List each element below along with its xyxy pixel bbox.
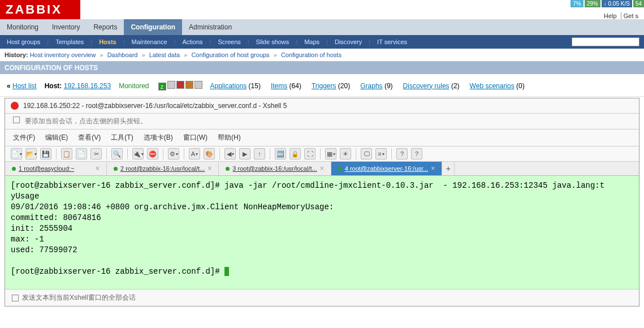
close-tab-icon[interactable]: × bbox=[320, 165, 324, 172]
menu-item[interactable]: 工具(T) bbox=[111, 133, 133, 143]
fwd-icon[interactable]: ▶ bbox=[239, 148, 250, 159]
cut-icon[interactable]: ✂ bbox=[90, 148, 102, 159]
subnav-maps[interactable]: Maps bbox=[302, 37, 322, 46]
menu-item[interactable]: 文件(F) bbox=[13, 133, 35, 143]
layout-icon[interactable]: ▦▾ bbox=[325, 148, 336, 159]
terminal-output[interactable]: [root@zabbixserver-16 zabbix_server.conf… bbox=[5, 176, 639, 289]
find-icon[interactable]: 🔍 bbox=[111, 148, 123, 159]
web-scenarios-link[interactable]: Web scenarios bbox=[470, 82, 515, 90]
screen-icon[interactable]: 🖵 bbox=[361, 148, 372, 159]
history-link[interactable]: Host inventory overview bbox=[30, 51, 96, 58]
broadcast-checkbox[interactable] bbox=[12, 295, 19, 301]
subnav-actions[interactable]: Actions bbox=[180, 37, 205, 46]
xshell-titlebar: 192.168.16.250:22 - root@zabbixserver-16… bbox=[5, 98, 639, 114]
tab-configuration[interactable]: Configuration bbox=[124, 19, 182, 35]
host-ip-link[interactable]: 192.168.16.253 bbox=[64, 82, 111, 90]
subnav-hosts[interactable]: Hosts bbox=[97, 37, 119, 46]
jmx-icon bbox=[176, 81, 184, 89]
history-link[interactable]: Latest data bbox=[149, 51, 180, 58]
history-bar: History: Host inventory overview » Dashb… bbox=[0, 49, 644, 62]
xshell-broadcast-bar: 发送文本到当前Xshell窗口的全部会话 bbox=[5, 289, 639, 306]
items-link[interactable]: Items bbox=[271, 82, 287, 90]
menu-item[interactable]: 编辑(E) bbox=[45, 133, 68, 143]
applications-link[interactable]: Applications bbox=[210, 82, 247, 90]
snmp-icon bbox=[167, 81, 175, 89]
subnav-host-groups[interactable]: Host groups bbox=[5, 37, 42, 46]
subnav-maintenance[interactable]: Maintenance bbox=[129, 37, 170, 46]
paste-icon[interactable]: 📄 bbox=[76, 148, 87, 159]
session-status-icon bbox=[338, 167, 342, 171]
copy-icon[interactable]: 📋 bbox=[61, 148, 72, 159]
terminal-cursor bbox=[224, 267, 229, 276]
opt-icon[interactable]: ≡▾ bbox=[375, 148, 387, 159]
trans-icon[interactable]: ☀ bbox=[340, 148, 351, 159]
color-icon[interactable]: 🎨 bbox=[204, 148, 215, 159]
sub-nav: Host groups|Templates|Hosts|Maintenance|… bbox=[0, 35, 644, 49]
menu-item[interactable]: 选项卡(B) bbox=[144, 133, 173, 143]
get-link[interactable]: Get s bbox=[621, 12, 641, 19]
history-link[interactable]: Configuration of host groups bbox=[191, 51, 269, 58]
add-tab-button[interactable]: + bbox=[442, 162, 455, 175]
props-icon[interactable]: ⚙▾ bbox=[168, 148, 179, 159]
subnav-slide-shows[interactable]: Slide shows bbox=[254, 37, 292, 46]
open-icon[interactable]: 📂▾ bbox=[25, 148, 37, 159]
search-input[interactable] bbox=[572, 37, 639, 46]
menu-item[interactable]: 窗口(W) bbox=[183, 133, 208, 143]
monitored-status: Monitored bbox=[119, 82, 149, 90]
close-tab-icon[interactable]: × bbox=[208, 165, 211, 172]
arrow-icon[interactable] bbox=[13, 116, 20, 123]
session-tab[interactable]: 4 root@zabbixserver-16:/usr...× bbox=[331, 162, 443, 175]
ipmi-icon bbox=[185, 81, 193, 89]
history-link[interactable]: Dashboard bbox=[107, 51, 138, 58]
xshell-app-icon bbox=[11, 102, 19, 110]
session-status-icon bbox=[114, 167, 118, 171]
encode-icon[interactable]: 🔤 bbox=[275, 148, 286, 159]
zabbix-agent-icon: Z bbox=[158, 83, 166, 90]
menu-item[interactable]: 帮助(H) bbox=[218, 133, 241, 143]
subnav-it-services[interactable]: IT services bbox=[375, 37, 409, 46]
subnav-templates[interactable]: Templates bbox=[53, 37, 86, 46]
tab-monitoring[interactable]: Monitoring bbox=[0, 19, 45, 35]
other-icon bbox=[195, 81, 202, 89]
history-link[interactable]: Configuration of hosts bbox=[281, 51, 342, 58]
xshell-hint-bar: 要添加当前会话，点击左侧的箭头按钮。 bbox=[5, 114, 639, 130]
subnav-screens[interactable]: Screens bbox=[215, 37, 243, 46]
up-icon[interactable]: ↑ bbox=[254, 148, 265, 159]
xshell-toolbar: 📄▾📂▾💾📋📄✂🔍🔌▾⛔⚙▾A▾🎨◀▾▶↑🔤🔒⛶▦▾☀🖵≡▾?? bbox=[5, 146, 639, 162]
discovery-rules-link[interactable]: Discovery rules bbox=[403, 82, 449, 90]
tab-reports[interactable]: Reports bbox=[87, 19, 124, 35]
close-tab-icon[interactable]: × bbox=[431, 165, 435, 172]
xshell-window: 192.168.16.250:22 - root@zabbixserver-16… bbox=[5, 98, 639, 307]
help-icon[interactable]: ? bbox=[411, 148, 422, 159]
status-icons: Z bbox=[157, 81, 202, 90]
help-icon[interactable]: ? bbox=[396, 148, 408, 159]
host-toolbar: « Host list Host: 192.168.16.253 Monitor… bbox=[0, 74, 644, 97]
triggers-link[interactable]: Triggers bbox=[312, 82, 336, 90]
close-tab-icon[interactable]: × bbox=[96, 165, 100, 172]
subnav-discovery[interactable]: Discovery bbox=[332, 37, 364, 46]
lock-icon[interactable]: 🔒 bbox=[289, 148, 301, 159]
xshell-tabs: 1 root@easycloud:~×2 root@zabbix-16:/usr… bbox=[5, 162, 639, 176]
host-list-link[interactable]: Host list bbox=[12, 82, 37, 90]
reconnect-icon[interactable]: 🔌▾ bbox=[132, 148, 144, 159]
xshell-menu-bar: 文件(F)编辑(E)查看(V)工具(T)选项卡(B)窗口(W)帮助(H) bbox=[5, 130, 639, 146]
menu-item[interactable]: 查看(V) bbox=[78, 133, 101, 143]
new-icon[interactable]: 📄▾ bbox=[11, 148, 22, 159]
session-tab[interactable]: 3 root@zabbix-16:/usr/local/t...× bbox=[219, 162, 331, 175]
session-status-icon bbox=[12, 167, 16, 171]
session-tab[interactable]: 1 root@easycloud:~× bbox=[5, 162, 107, 175]
back-icon[interactable]: ◀▾ bbox=[224, 148, 236, 159]
fullscreen-icon[interactable]: ⛶ bbox=[304, 148, 315, 159]
session-status-icon bbox=[226, 167, 230, 171]
session-tab[interactable]: 2 root@zabbix-16:/usr/local/t...× bbox=[107, 162, 219, 175]
top-links: Help Get s bbox=[602, 12, 641, 19]
help-link[interactable]: Help bbox=[602, 12, 619, 19]
disconnect-icon[interactable]: ⛔ bbox=[147, 148, 158, 159]
system-stats: 7% 29% ↓ 0.05 K/S 54 bbox=[569, 0, 644, 7]
zabbix-logo: ZABBIX bbox=[0, 0, 80, 19]
tab-administration[interactable]: Administration bbox=[182, 19, 239, 35]
tab-inventory[interactable]: Inventory bbox=[45, 19, 87, 35]
graphs-link[interactable]: Graphs bbox=[360, 82, 382, 90]
font-icon[interactable]: A▾ bbox=[189, 148, 200, 159]
save-icon[interactable]: 💾 bbox=[40, 148, 51, 159]
